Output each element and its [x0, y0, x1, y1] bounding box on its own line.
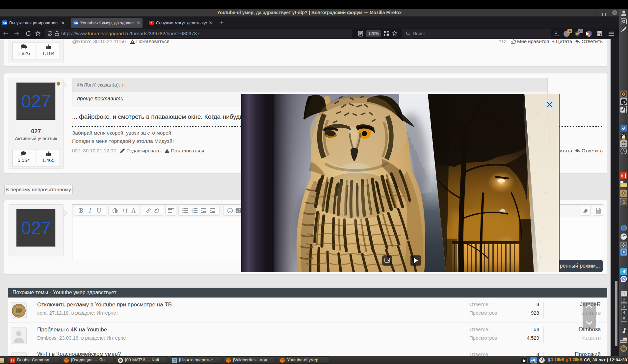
svg-text:a: a	[622, 99, 625, 104]
svg-text:ВФ: ВФ	[74, 22, 78, 25]
svg-text:S: S	[622, 199, 625, 205]
svg-text:3: 3	[192, 212, 193, 213]
svg-text:ВФ: ВФ	[3, 22, 7, 25]
svg-text:lm: lm	[622, 347, 626, 351]
